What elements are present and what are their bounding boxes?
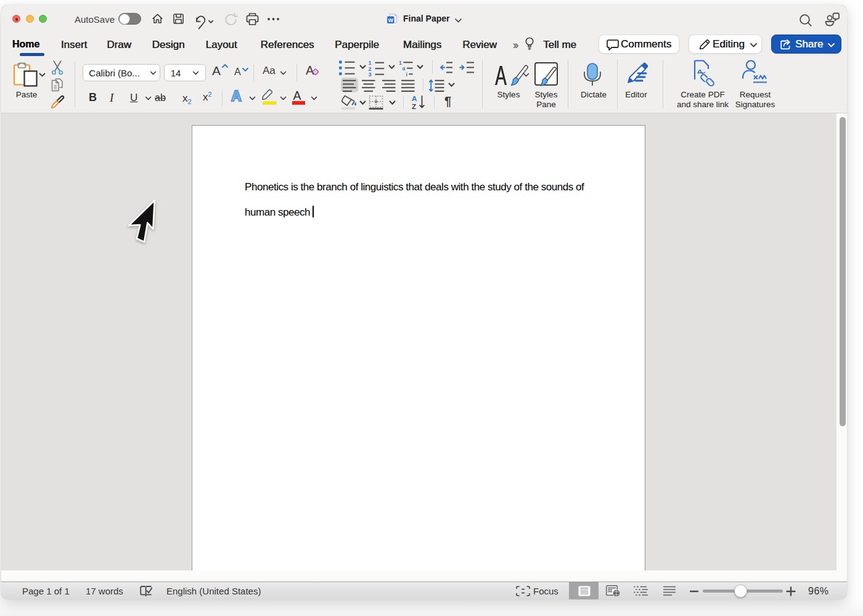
svg-text:1: 1 xyxy=(369,60,372,66)
svg-text:W: W xyxy=(388,17,394,23)
svg-text:a: a xyxy=(403,65,406,71)
svg-text:2: 2 xyxy=(369,66,372,72)
svg-text:1: 1 xyxy=(399,60,402,66)
svg-text:3: 3 xyxy=(369,71,372,76)
svg-text:i: i xyxy=(406,71,407,77)
svg-text:A: A xyxy=(412,95,417,102)
svg-text:Z: Z xyxy=(412,103,416,110)
